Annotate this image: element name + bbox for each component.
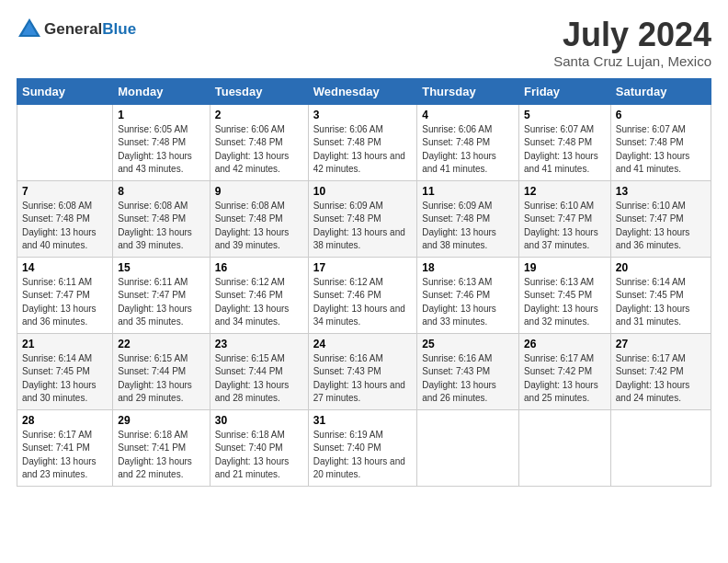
page: GeneralBlue July 2024 Santa Cruz Lujan, … — [0, 0, 728, 496]
day-cell: 25Sunrise: 6:16 AMSunset: 7:43 PMDayligh… — [417, 333, 519, 409]
day-cell: 13Sunrise: 6:10 AMSunset: 7:47 PMDayligh… — [610, 180, 711, 257]
day-number: 2 — [215, 109, 303, 121]
day-cell: 15Sunrise: 6:11 AMSunset: 7:47 PMDayligh… — [113, 257, 210, 333]
day-number: 30 — [215, 414, 303, 427]
day-number: 23 — [215, 338, 303, 350]
day-number: 16 — [215, 261, 303, 274]
day-info: Sunrise: 6:08 AMSunset: 7:48 PMDaylight:… — [215, 200, 303, 253]
day-info: Sunrise: 6:14 AMSunset: 7:45 PMDaylight:… — [22, 352, 108, 406]
day-info: Sunrise: 6:06 AMSunset: 7:48 PMDaylight:… — [215, 123, 303, 177]
day-number: 19 — [524, 261, 606, 274]
day-number: 6 — [616, 109, 706, 121]
day-info: Sunrise: 6:16 AMSunset: 7:43 PMDaylight:… — [422, 352, 514, 406]
week-row-1: 1Sunrise: 6:05 AMSunset: 7:48 PMDaylight… — [17, 104, 711, 180]
day-number: 18 — [422, 261, 514, 274]
day-info: Sunrise: 6:08 AMSunset: 7:48 PMDaylight:… — [118, 200, 204, 253]
sub-title: Santa Cruz Lujan, Mexico — [553, 53, 711, 69]
day-info: Sunrise: 6:17 AMSunset: 7:42 PMDaylight:… — [524, 352, 606, 406]
day-number: 11 — [422, 185, 514, 198]
day-cell: 19Sunrise: 6:13 AMSunset: 7:45 PMDayligh… — [519, 257, 611, 333]
day-number: 28 — [22, 414, 108, 427]
col-thursday: Thursday — [417, 78, 519, 104]
col-monday: Monday — [113, 78, 210, 104]
day-info: Sunrise: 6:12 AMSunset: 7:46 PMDaylight:… — [215, 276, 303, 329]
day-cell — [519, 409, 611, 486]
day-info: Sunrise: 6:11 AMSunset: 7:47 PMDaylight:… — [118, 276, 204, 329]
day-info: Sunrise: 6:15 AMSunset: 7:44 PMDaylight:… — [215, 352, 303, 406]
day-number: 27 — [616, 338, 706, 350]
logo: GeneralBlue — [17, 17, 136, 42]
day-cell: 14Sunrise: 6:11 AMSunset: 7:47 PMDayligh… — [17, 257, 113, 333]
day-number: 9 — [215, 185, 303, 198]
day-info: Sunrise: 6:09 AMSunset: 7:48 PMDaylight:… — [313, 200, 413, 253]
col-wednesday: Wednesday — [308, 78, 417, 104]
header: GeneralBlue July 2024 Santa Cruz Lujan, … — [17, 17, 711, 69]
day-number: 24 — [313, 338, 413, 350]
logo-blue: Blue — [102, 20, 136, 38]
day-cell: 17Sunrise: 6:12 AMSunset: 7:46 PMDayligh… — [308, 257, 417, 333]
day-cell: 7Sunrise: 6:08 AMSunset: 7:48 PMDaylight… — [17, 180, 113, 257]
day-number: 21 — [22, 338, 108, 350]
day-cell: 22Sunrise: 6:15 AMSunset: 7:44 PMDayligh… — [113, 333, 210, 409]
day-number: 15 — [118, 261, 204, 274]
day-number: 25 — [422, 338, 514, 350]
day-cell: 30Sunrise: 6:18 AMSunset: 7:40 PMDayligh… — [210, 409, 308, 486]
day-info: Sunrise: 6:09 AMSunset: 7:48 PMDaylight:… — [422, 200, 514, 253]
logo-general: General — [44, 20, 102, 38]
day-cell: 26Sunrise: 6:17 AMSunset: 7:42 PMDayligh… — [519, 333, 611, 409]
week-row-2: 7Sunrise: 6:08 AMSunset: 7:48 PMDaylight… — [17, 180, 711, 257]
day-cell: 16Sunrise: 6:12 AMSunset: 7:46 PMDayligh… — [210, 257, 308, 333]
day-info: Sunrise: 6:06 AMSunset: 7:48 PMDaylight:… — [422, 123, 514, 177]
day-cell: 29Sunrise: 6:18 AMSunset: 7:41 PMDayligh… — [113, 409, 210, 486]
day-number: 4 — [422, 109, 514, 121]
day-info: Sunrise: 6:14 AMSunset: 7:45 PMDaylight:… — [616, 276, 706, 329]
day-info: Sunrise: 6:18 AMSunset: 7:40 PMDaylight:… — [215, 429, 303, 482]
day-cell: 21Sunrise: 6:14 AMSunset: 7:45 PMDayligh… — [17, 333, 113, 409]
day-cell: 24Sunrise: 6:16 AMSunset: 7:43 PMDayligh… — [308, 333, 417, 409]
day-cell: 31Sunrise: 6:19 AMSunset: 7:40 PMDayligh… — [308, 409, 417, 486]
day-cell: 8Sunrise: 6:08 AMSunset: 7:48 PMDaylight… — [113, 180, 210, 257]
day-number: 13 — [616, 185, 706, 198]
day-info: Sunrise: 6:13 AMSunset: 7:46 PMDaylight:… — [422, 276, 514, 329]
day-cell: 3Sunrise: 6:06 AMSunset: 7:48 PMDaylight… — [308, 104, 417, 180]
day-cell — [417, 409, 519, 486]
day-cell: 27Sunrise: 6:17 AMSunset: 7:42 PMDayligh… — [610, 333, 711, 409]
day-info: Sunrise: 6:17 AMSunset: 7:41 PMDaylight:… — [22, 429, 108, 482]
day-cell — [17, 104, 113, 180]
day-info: Sunrise: 6:13 AMSunset: 7:45 PMDaylight:… — [524, 276, 606, 329]
day-number: 12 — [524, 185, 606, 198]
week-row-4: 21Sunrise: 6:14 AMSunset: 7:45 PMDayligh… — [17, 333, 711, 409]
day-cell: 11Sunrise: 6:09 AMSunset: 7:48 PMDayligh… — [417, 180, 519, 257]
day-cell: 9Sunrise: 6:08 AMSunset: 7:48 PMDaylight… — [210, 180, 308, 257]
day-number: 31 — [313, 414, 413, 427]
day-info: Sunrise: 6:07 AMSunset: 7:48 PMDaylight:… — [616, 123, 706, 177]
day-info: Sunrise: 6:12 AMSunset: 7:46 PMDaylight:… — [313, 276, 413, 329]
day-cell: 28Sunrise: 6:17 AMSunset: 7:41 PMDayligh… — [17, 409, 113, 486]
day-info: Sunrise: 6:07 AMSunset: 7:48 PMDaylight:… — [524, 123, 606, 177]
day-info: Sunrise: 6:15 AMSunset: 7:44 PMDaylight:… — [118, 352, 204, 406]
main-title: July 2024 — [553, 17, 711, 53]
col-sunday: Sunday — [17, 78, 113, 104]
day-number: 14 — [22, 261, 108, 274]
col-friday: Friday — [519, 78, 611, 104]
day-number: 26 — [524, 338, 606, 350]
col-saturday: Saturday — [610, 78, 711, 104]
day-number: 10 — [313, 185, 413, 198]
day-number: 17 — [313, 261, 413, 274]
week-row-5: 28Sunrise: 6:17 AMSunset: 7:41 PMDayligh… — [17, 409, 711, 486]
logo-icon — [17, 17, 42, 42]
day-number: 5 — [524, 109, 606, 121]
day-number: 7 — [22, 185, 108, 198]
day-number: 3 — [313, 109, 413, 121]
day-cell: 10Sunrise: 6:09 AMSunset: 7:48 PMDayligh… — [308, 180, 417, 257]
day-info: Sunrise: 6:10 AMSunset: 7:47 PMDaylight:… — [616, 200, 706, 253]
day-number: 8 — [118, 185, 204, 198]
day-info: Sunrise: 6:18 AMSunset: 7:41 PMDaylight:… — [118, 429, 204, 482]
day-info: Sunrise: 6:19 AMSunset: 7:40 PMDaylight:… — [313, 429, 413, 482]
day-cell — [610, 409, 711, 486]
day-info: Sunrise: 6:11 AMSunset: 7:47 PMDaylight:… — [22, 276, 108, 329]
day-number: 29 — [118, 414, 204, 427]
day-cell: 6Sunrise: 6:07 AMSunset: 7:48 PMDaylight… — [610, 104, 711, 180]
day-cell: 1Sunrise: 6:05 AMSunset: 7:48 PMDaylight… — [113, 104, 210, 180]
day-number: 20 — [616, 261, 706, 274]
